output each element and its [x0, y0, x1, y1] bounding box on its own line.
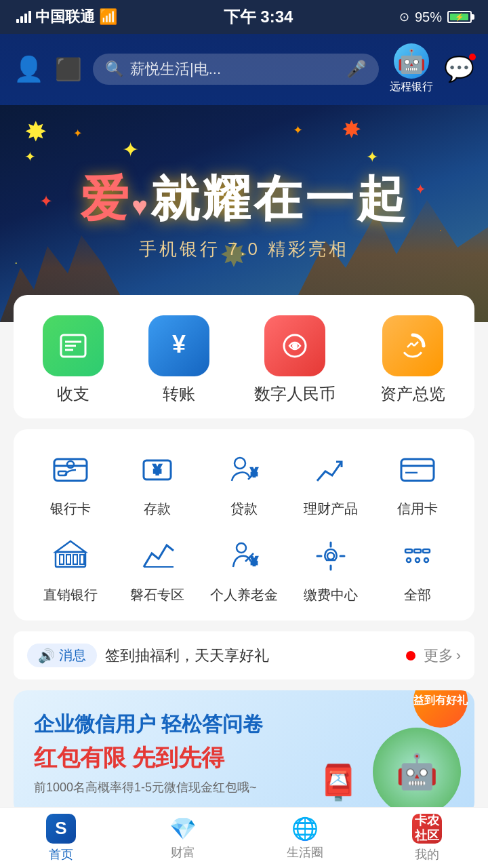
assets-label: 资产总览	[380, 383, 445, 405]
digital-label: 数字人民币	[254, 383, 336, 405]
service-credit[interactable]: 信用卡	[374, 446, 461, 518]
pension-label: 个人养老金	[210, 586, 278, 604]
message-content: 签到抽福利，天天享好礼	[105, 646, 398, 666]
svg-rect-33	[423, 549, 430, 553]
bankcard-icon	[46, 446, 95, 494]
service-payment[interactable]: 缴费中心	[287, 532, 374, 604]
invest-icon	[306, 446, 355, 494]
message-tag-text: 消息	[59, 646, 86, 665]
status-left: 中国联通 📶	[16, 7, 117, 27]
search-icon: 🔍	[105, 60, 123, 78]
services-grid: 银行卡 ¥ 存款 ¥ 贷款 理财产品	[27, 446, 461, 604]
quick-action-shouzhis[interactable]: 收支	[43, 315, 104, 405]
search-bar[interactable]: 🔍 薪悦生活|电... 🎤	[93, 54, 379, 85]
svg-point-17	[235, 458, 245, 469]
nav-life[interactable]: 🌐 生活圈	[244, 808, 366, 868]
invest-label: 理财产品	[304, 500, 358, 518]
time-display: 下午 3:34	[224, 6, 293, 28]
payment-icon	[306, 532, 355, 580]
scan-icon[interactable]: ⬛	[55, 56, 82, 82]
directbank-icon	[46, 532, 95, 580]
header: 👤 ⬛ 🔍 薪悦生活|电... 🎤 🤖 远程银行 💬 ✦	[0, 34, 488, 322]
svg-rect-26	[80, 555, 84, 564]
quick-action-digital[interactable]: 数字人民币	[254, 315, 336, 405]
promo-banner[interactable]: 企业微信用户 轻松答问卷 红包有限 先到先得 前1000名高概率得1-5元微信现…	[14, 690, 474, 816]
promo-title: 企业微信用户 轻松答问卷	[34, 711, 454, 738]
service-loan[interactable]: ¥ 贷款	[201, 446, 287, 518]
svg-rect-31	[405, 549, 412, 553]
deposit-icon: ¥	[133, 446, 182, 494]
location-icon: ⊙	[399, 9, 409, 24]
battery-percentage: 95%	[415, 9, 442, 25]
user-icon[interactable]: 👤	[14, 55, 44, 83]
svg-text:¥: ¥	[251, 555, 258, 568]
quick-action-assets[interactable]: 资产总览	[380, 315, 445, 405]
hero-subtitle: 手机银行 7.0 精彩亮相	[80, 237, 408, 261]
quick-actions-card: 收支 ¥ 转账 数字人民币	[14, 295, 474, 418]
svg-point-30	[327, 553, 334, 559]
directbank-label: 直销银行	[43, 586, 98, 604]
service-directbank[interactable]: 直销银行	[27, 532, 114, 604]
service-panshi[interactable]: 磐石专区	[114, 532, 201, 604]
home-logo-icon: S	[46, 814, 76, 844]
quick-action-transfer[interactable]: ¥ 转账	[148, 315, 209, 405]
all-label: 全部	[404, 586, 431, 604]
service-deposit[interactable]: ¥ 存款	[114, 446, 201, 518]
service-bankcard[interactable]: 银行卡	[27, 446, 114, 518]
svg-line-10	[414, 342, 418, 346]
panshi-label: 磐石专区	[130, 586, 184, 604]
hero-title: 爱♥就耀在一起	[80, 167, 408, 232]
pension-icon: ¥	[220, 532, 268, 580]
message-icon[interactable]: 💬	[444, 55, 474, 83]
nav-mine[interactable]: 卡农社区 我的	[366, 808, 488, 868]
all-icon	[393, 532, 442, 580]
kn-logo-icon: 卡农社区	[412, 814, 442, 844]
message-bar: 🔊 消息 签到抽福利，天天享好礼 更多 ›	[14, 631, 474, 679]
chevron-right-icon: ›	[456, 647, 461, 665]
svg-point-35	[415, 558, 420, 562]
charging-icon: ⚡	[455, 13, 464, 22]
svg-rect-19	[401, 459, 434, 481]
hero-text: 爱♥就耀在一起 手机银行 7.0 精彩亮相	[80, 167, 408, 261]
nav-home[interactable]: S 首页	[0, 808, 122, 868]
svg-point-36	[424, 558, 428, 562]
promo-envelope-icon: 📮	[317, 763, 359, 802]
more-text: 更多	[424, 646, 453, 666]
svg-line-8	[407, 343, 411, 347]
loan-label: 贷款	[230, 500, 258, 518]
nav-mine-label: 我的	[415, 846, 439, 863]
remote-bank-label: 远程银行	[390, 80, 433, 94]
loan-icon: ¥	[220, 446, 268, 494]
svg-point-28	[237, 543, 246, 553]
credit-icon	[393, 446, 442, 494]
promo-mascot: 🤖	[373, 728, 461, 816]
nav-wealth[interactable]: 💎 财富	[122, 808, 244, 868]
shouzhis-label: 收支	[57, 383, 89, 405]
message-dot	[469, 54, 476, 60]
search-text: 薪悦生活|电...	[130, 59, 340, 79]
message-more-button[interactable]: 更多 ›	[424, 646, 461, 666]
status-right: ⊙ 95% ⚡	[399, 9, 472, 25]
svg-point-34	[407, 558, 411, 562]
sound-icon: 🔊	[38, 648, 55, 664]
panshi-icon	[133, 532, 182, 580]
payment-label: 缴费中心	[304, 586, 358, 604]
service-all[interactable]: 全部	[374, 532, 461, 604]
assets-icon	[382, 315, 443, 376]
svg-marker-27	[56, 541, 85, 552]
remote-bank-button[interactable]: 🤖 远程银行	[390, 43, 433, 94]
service-pension[interactable]: ¥ 个人养老金	[201, 532, 287, 604]
mic-icon[interactable]: 🎤	[346, 60, 367, 79]
deposit-label: 存款	[144, 500, 171, 518]
message-tag: 🔊 消息	[27, 644, 97, 667]
transfer-label: 转账	[163, 383, 195, 405]
carrier-name: 中国联通	[35, 7, 95, 27]
svg-rect-24	[66, 555, 70, 564]
life-icon: 🌐	[291, 816, 319, 842]
svg-rect-23	[60, 555, 64, 564]
nav-wealth-label: 财富	[171, 844, 195, 861]
svg-point-6	[292, 343, 298, 349]
service-invest[interactable]: 理财产品	[287, 446, 374, 518]
nav-life-label: 生活圈	[287, 844, 323, 861]
nav-home-label: 首页	[49, 846, 73, 863]
